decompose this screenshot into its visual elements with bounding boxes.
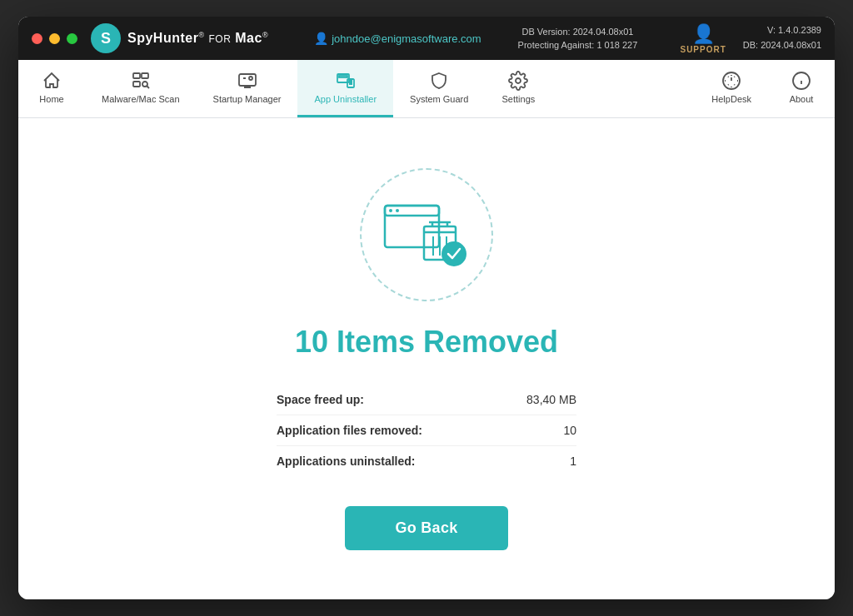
spyhunter-logo-icon: S	[91, 23, 121, 53]
protecting-against: Protecting Against: 1 018 227	[518, 38, 638, 52]
stats-value-space: 83,40 MB	[526, 393, 576, 406]
nav-spacer	[551, 60, 695, 117]
nav-label-systemguard: System Guard	[410, 94, 468, 104]
nav-item-home[interactable]: Home	[18, 60, 85, 117]
nav-item-helpdesk[interactable]: HelpDesk	[695, 60, 768, 117]
minimize-button[interactable]	[49, 33, 60, 44]
title-bar-center: 👤 johndoe@enigmasoftware.com DB Version:…	[288, 25, 663, 52]
nav-right: HelpDesk About	[695, 60, 835, 117]
stats-label-files: Application files removed:	[277, 424, 422, 437]
nav-item-uninstaller[interactable]: App Uninstaller	[297, 60, 393, 117]
svg-rect-13	[339, 76, 347, 77]
svg-point-28	[396, 209, 399, 212]
stats-row-apps: Applications uninstalled: 1	[277, 446, 576, 476]
go-back-button[interactable]: Go Back	[345, 506, 507, 550]
nav-label-about: About	[790, 94, 814, 104]
svg-point-5	[142, 82, 147, 87]
svg-line-6	[147, 87, 149, 89]
startup-icon	[237, 71, 257, 91]
close-button[interactable]	[32, 33, 42, 44]
nav-item-about[interactable]: About	[768, 60, 835, 117]
svg-rect-4	[133, 82, 140, 87]
nav-label-helpdesk: HelpDesk	[711, 94, 751, 104]
title-bar: S SpyHunter® FOR Mac® 👤 johndoe@enigmaso…	[18, 17, 835, 60]
systemguard-icon	[429, 71, 449, 91]
stats-row-files: Application files removed: 10	[277, 415, 576, 446]
support-label: SUPPORT	[680, 45, 726, 54]
db-info: DB Version: 2024.04.08x01 Protecting Aga…	[518, 25, 638, 52]
svg-rect-7	[239, 74, 256, 86]
nav-label-uninstaller: App Uninstaller	[314, 94, 377, 104]
items-removed-title: 10 Items Removed	[295, 325, 558, 360]
malware-icon	[131, 71, 151, 91]
stats-label-space: Space freed up:	[277, 393, 364, 406]
support-button[interactable]: 👤 SUPPORT	[680, 23, 726, 54]
stats-label-apps: Applications uninstalled:	[277, 455, 415, 468]
nav-bar: Home Malware/Mac Scan Startup Manager	[18, 60, 835, 118]
svg-point-38	[442, 242, 466, 266]
db-version: DB Version: 2024.04.08x01	[518, 25, 638, 39]
svg-point-27	[389, 209, 392, 212]
nav-item-startup[interactable]: Startup Manager	[197, 60, 298, 117]
nav-label-malware: Malware/Mac Scan	[102, 94, 180, 104]
uninstaller-icon	[336, 71, 356, 91]
stats-value-apps: 1	[570, 455, 576, 468]
result-icon-container	[360, 168, 493, 301]
app-name: SpyHunter® FOR Mac®	[127, 31, 268, 46]
stats-value-files: 10	[563, 424, 576, 437]
support-icon: 👤	[692, 23, 715, 45]
uninstall-result-icon	[381, 197, 472, 272]
helpdesk-icon	[721, 71, 741, 91]
user-email: johndoe@enigmasoftware.com	[332, 32, 481, 45]
nav-item-systemguard[interactable]: System Guard	[393, 60, 485, 117]
svg-rect-3	[142, 73, 148, 78]
main-content: 10 Items Removed Space freed up: 83,40 M…	[18, 118, 835, 599]
home-icon	[42, 71, 62, 91]
nav-label-settings: Settings	[502, 94, 536, 104]
nav-label-home: Home	[39, 94, 63, 104]
svg-rect-2	[133, 73, 140, 78]
svg-point-18	[516, 78, 521, 83]
svg-point-10	[249, 77, 252, 80]
settings-icon	[508, 71, 528, 91]
stats-table: Space freed up: 83,40 MB Application fil…	[277, 385, 576, 476]
about-icon	[791, 71, 811, 91]
user-icon: 👤	[314, 32, 328, 45]
app-version: V: 1.4.0.2389	[743, 23, 821, 38]
db-version-short: DB: 2024.04.08x01	[743, 38, 821, 53]
stats-row-space: Space freed up: 83,40 MB	[277, 385, 576, 415]
window-controls	[32, 33, 77, 44]
svg-rect-26	[385, 206, 439, 216]
svg-text:S: S	[101, 30, 111, 47]
nav-item-settings[interactable]: Settings	[485, 60, 551, 117]
nav-label-startup: Startup Manager	[213, 94, 282, 104]
app-window: S SpyHunter® FOR Mac® 👤 johndoe@enigmaso…	[18, 17, 835, 599]
maximize-button[interactable]	[67, 33, 77, 44]
logo-area: S SpyHunter® FOR Mac®	[91, 23, 268, 53]
nav-item-malware[interactable]: Malware/Mac Scan	[85, 60, 197, 117]
version-info: V: 1.4.0.2389 DB: 2024.04.08x01	[743, 23, 821, 52]
